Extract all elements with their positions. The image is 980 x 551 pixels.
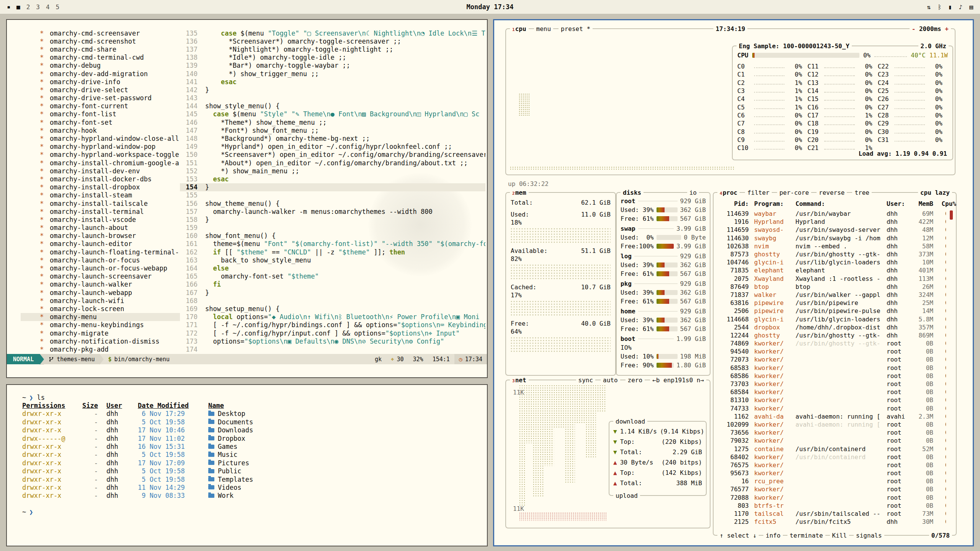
net-interface[interactable]: ←b enp191s0 n→ [650, 377, 706, 384]
code-line[interactable]: 142 } [180, 86, 485, 94]
cpu-box-title[interactable]: 1cpu [510, 25, 529, 33]
file-list-item[interactable]: * omarchy-lock-screen [40, 305, 180, 313]
file-list-item[interactable]: * omarchy-dev-add-migration [40, 70, 180, 78]
file-list-item[interactable]: * omarchy-launch-or-focus-webapp [40, 264, 180, 272]
code-line[interactable]: 150 *Screensaver*) open_in_editor ~/.con… [180, 151, 485, 159]
file-list-item[interactable]: * omarchy-pkg-add [40, 345, 180, 353]
process-row[interactable]: 95673 kworker/ root 0B 0.0 [717, 469, 946, 477]
tree-toggle[interactable]: tree [852, 189, 872, 196]
process-row[interactable]: 2125 fcitx5 /usr/bin/fcitx5 dhh 30M 0.0 [717, 518, 946, 526]
workspace-button[interactable]: 2 [26, 3, 30, 11]
proc-footer-action[interactable]: Kill [830, 532, 849, 539]
preset-button[interactable]: preset * [559, 25, 593, 33]
code-line[interactable]: 138 *Idle*) omarchy-toggle-idle ;; [180, 54, 485, 62]
disks-box-title[interactable]: disks [621, 189, 644, 196]
file-list-item[interactable]: * omarchy-launch-about [40, 224, 180, 232]
code-line[interactable]: 158 } [180, 215, 485, 223]
mem-box-title[interactable]: 2mem [510, 189, 529, 196]
cpu-column-header[interactable]: Cpu% [939, 200, 956, 207]
reverse-toggle[interactable]: reverse [817, 189, 847, 196]
file-list-item[interactable]: * omarchy-notification-dismiss [40, 337, 180, 345]
file-list-item[interactable]: * omarchy-install-steam [40, 191, 180, 199]
file-list-item[interactable]: * omarchy-cmd-screensaver [40, 29, 180, 37]
proc-box-title[interactable]: 4proc [717, 189, 740, 196]
process-row[interactable]: 72073 kworker/ root 0B 0.0 [717, 355, 946, 364]
filter-button[interactable]: filter [745, 189, 772, 196]
file-list-item[interactable]: * omarchy-drive-set-password [40, 94, 180, 102]
proc-footer-action[interactable]: ↑ select ↓ [717, 532, 759, 539]
io-toggle[interactable]: io [687, 189, 699, 196]
process-row[interactable]: 68583 kworker/ root 0B 0.0 [717, 364, 946, 372]
proc-footer-action[interactable]: terminate [787, 532, 825, 539]
prompt-line[interactable]: ~ ❯ [22, 508, 479, 516]
process-row[interactable]: 68584 kworker/ root 0B 0.0 [717, 388, 946, 396]
file-list-item[interactable]: * omarchy-launch-floating-terminal- [40, 248, 180, 256]
network-traffic-icon[interactable]: ⇅ [927, 3, 931, 11]
code-line[interactable]: 167 } [180, 289, 485, 297]
process-row[interactable]: 79032 kworker/ root 0B 0.0 [717, 437, 946, 445]
file-list-item[interactable]: * omarchy-hyprland-window-close-all [40, 134, 180, 142]
code-line[interactable]: 168 [180, 297, 485, 305]
process-row[interactable]: 114630 swaybg /usr/bin/swaybg -i /hom dh… [717, 234, 946, 242]
process-row[interactable]: 114659 swayosd- /usr/bin/swayosd-server … [717, 226, 946, 234]
file-list-item[interactable]: * omarchy-debug [40, 62, 180, 70]
code-line[interactable]: 164 else [180, 264, 485, 272]
code-line[interactable]: 149 *Hyprland*) open_in_editor ~/.config… [180, 143, 485, 151]
file-list-item[interactable]: * omarchy-launch-editor [40, 240, 180, 248]
net-sync-toggle[interactable]: sync [576, 377, 596, 384]
workspace-active-indicator[interactable]: ■ [16, 3, 20, 11]
file-list-item[interactable]: * omarchy-font-current [40, 102, 180, 110]
process-row[interactable]: 2075 Xwayland Xwayland :1 -rootless - dh… [717, 275, 946, 283]
file-list-item[interactable]: * omarchy-cmd-terminal-cwd [40, 54, 180, 62]
net-zero-toggle[interactable]: zero [626, 377, 645, 384]
file-list-item[interactable]: * omarchy-menu-keybindings [40, 321, 180, 329]
code-line[interactable]: 151 *About*) open_in_editor ~/.config/om… [180, 159, 485, 167]
net-box-title[interactable]: 3net [510, 377, 529, 384]
process-row[interactable]: 1162 avahi-da avahi-daemon: running [ av… [717, 412, 946, 421]
file-list-item[interactable]: * omarchy-launch-wifi [40, 297, 180, 305]
process-row[interactable]: 76577 kworker/ root 0B 0.0 [717, 485, 946, 493]
process-row[interactable]: 94540 kworker/ root 0B 0.0 [717, 347, 946, 355]
file-list-item[interactable]: * omarchy-install-vscode [40, 215, 180, 223]
code-line[interactable]: 157 omarchy-launch-walker -m menus:omarc… [180, 207, 485, 215]
file-list-item[interactable]: * omarchy-hyprland-window-pop [40, 143, 180, 151]
user-column-header[interactable]: User: [887, 200, 911, 207]
file-list-item[interactable]: * omarchy-menu [21, 313, 180, 321]
display-icon[interactable]: ▤ [969, 3, 973, 11]
interval-increase-button[interactable]: + [945, 25, 949, 33]
file-list-item[interactable]: * omarchy-font-list [40, 110, 180, 118]
file-list-item[interactable]: * omarchy-install-chromium-google-a [40, 159, 180, 167]
code-line[interactable]: 145 case $(menu "Style" "✎ Theme\n● Font… [180, 110, 485, 118]
process-row[interactable]: 104746 glycin-i /usr/lib/glycin-loaders … [717, 258, 946, 266]
code-line[interactable]: 173 options="$options\n▣ Defaults\n◉ DNS… [180, 337, 485, 345]
sort-selector[interactable]: cpu lazy [918, 189, 952, 196]
file-list-item[interactable]: * omarchy-launch-screensaver [40, 272, 180, 280]
process-table[interactable]: 114639 waybar /usr/bin/waybar dhh 69M 0.… [717, 210, 946, 526]
process-row[interactable]: 114668 glycin-i /usr/lib/glycin-loaders … [717, 315, 946, 323]
process-row[interactable]: 1170 tailscal /usr/sbin/tailscaled -- ro… [717, 510, 946, 518]
process-row[interactable]: 87649 btop btop dhh 26M 0.0 [717, 283, 946, 291]
process-row[interactable]: 114639 waybar /usr/bin/waybar dhh 69M 0.… [717, 210, 946, 218]
git-branch[interactable]: themes-menu [44, 354, 99, 364]
process-row[interactable]: 71835 elephant elephant dhh 401M 0.0 [717, 266, 946, 274]
process-row[interactable]: 68402 kworker/ /usr/bin/containerd root … [717, 453, 946, 461]
volume-icon[interactable]: ♪ [959, 3, 963, 11]
code-line[interactable]: 166 fi [180, 280, 485, 289]
code-line[interactable]: 141 esac [180, 78, 485, 86]
process-row[interactable]: 803 btrfs-tr root 0B 0.0 [717, 502, 946, 510]
code-line[interactable]: 156 show_theme_menu() { [180, 199, 485, 207]
code-line[interactable]: 171 [ -f ~/.config/hypr/bindings.conf ] … [180, 321, 485, 329]
code-line[interactable]: 154 } [180, 183, 485, 191]
file-list-item[interactable]: * omarchy-font-set [40, 118, 180, 126]
workspace-button[interactable]: 3 [36, 3, 40, 11]
omarchy-logo-icon[interactable]: ▪ [7, 3, 10, 10]
code-line[interactable]: 160 show_font_menu() { [180, 232, 485, 240]
program-column-header[interactable]: Program: [754, 200, 792, 207]
process-row[interactable]: 74733 kworker/ root 0B 0.0 [717, 404, 946, 412]
code-line[interactable]: 140 *) show_trigger_menu ;; [180, 70, 485, 78]
terminal-content[interactable]: ~ ❯ ls Permissions Size User Date Modifi… [22, 393, 479, 540]
proc-footer-action[interactable]: info [763, 532, 783, 539]
file-list-item[interactable]: * omarchy-install-dev-env [40, 167, 180, 175]
file-list-item[interactable]: * omarchy-hyprland-workspace-toggle [40, 151, 180, 159]
proc-footer-action[interactable]: signals [854, 532, 884, 539]
